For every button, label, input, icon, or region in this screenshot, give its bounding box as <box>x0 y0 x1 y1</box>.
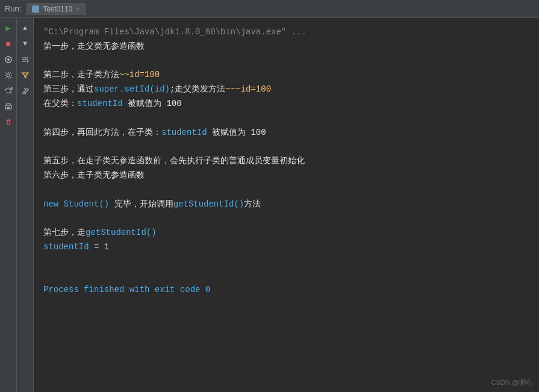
output-line: 第七步，走getStudentId() <box>43 226 529 240</box>
output-line: 在父类：studentId 被赋值为 100 <box>43 97 529 111</box>
stop-button[interactable]: ■ <box>2 37 15 51</box>
svg-point-2 <box>7 74 10 77</box>
side-toolbar: ▲ ▼ <box>17 18 34 392</box>
scroll-down-button[interactable]: ▼ <box>19 37 32 51</box>
gear-button[interactable] <box>2 69 15 82</box>
output-line: 第二步，走子类方法~~id=100 <box>43 68 529 82</box>
output-empty-line <box>43 211 529 226</box>
run-label: Run: <box>5 4 21 13</box>
tab-name: Test0110 <box>43 5 72 13</box>
pin-button[interactable] <box>19 84 32 98</box>
output-line: 第六步，走子类无参造函数 <box>43 169 529 183</box>
tab-close-button[interactable]: × <box>76 5 79 13</box>
delete-button[interactable] <box>2 116 15 129</box>
watermark: CSDN @哪吒 <box>491 378 532 387</box>
output-empty-line <box>43 54 529 69</box>
run-tab[interactable]: Test0110 × <box>26 3 86 15</box>
filter-button[interactable] <box>19 69 32 82</box>
print-button[interactable] <box>2 100 15 113</box>
snapshot-button[interactable] <box>2 53 15 66</box>
output-empty-line <box>43 140 529 154</box>
left-toolbar: ▶ ■ <box>0 18 17 392</box>
svg-point-1 <box>7 58 10 61</box>
wrap-button[interactable] <box>19 53 32 66</box>
output-line: "C:\Program Files\Java\jdk1.8.0_60\bin\j… <box>43 25 529 40</box>
output-empty-line <box>43 255 529 269</box>
scroll-up-button[interactable]: ▲ <box>19 22 32 35</box>
top-bar: Run: Test0110 × <box>0 0 539 18</box>
tab-icon <box>32 5 39 13</box>
output-line: 第三步，通过super.setId(id);走父类发方法~~~id=100 <box>43 82 529 97</box>
svg-rect-4 <box>7 107 10 108</box>
output-line: Process finished with exit code 0 <box>43 283 529 297</box>
output-empty-line <box>43 183 529 198</box>
main-area: ▶ ■ <box>0 18 539 392</box>
output-empty-line <box>43 269 529 284</box>
rerun-button[interactable] <box>2 84 15 98</box>
output-line: new Student() 完毕，开始调用getStudentId()方法 <box>43 198 529 212</box>
output-line: studentId = 1 <box>43 240 529 255</box>
output-line: 第一步，走父类无参造函数 <box>43 40 529 54</box>
svg-line-8 <box>22 92 24 94</box>
play-button[interactable]: ▶ <box>2 22 15 35</box>
output-line: 第四步，再回此方法，在子类：studentId 被赋值为 100 <box>43 126 529 140</box>
output-empty-line <box>43 111 529 126</box>
output-panel: "C:\Program Files\Java\jdk1.8.0_60\bin\j… <box>34 18 539 392</box>
output-line: 第五步，在走子类无参造函数前，会先执行子类的普通成员变量初始化 <box>43 154 529 169</box>
